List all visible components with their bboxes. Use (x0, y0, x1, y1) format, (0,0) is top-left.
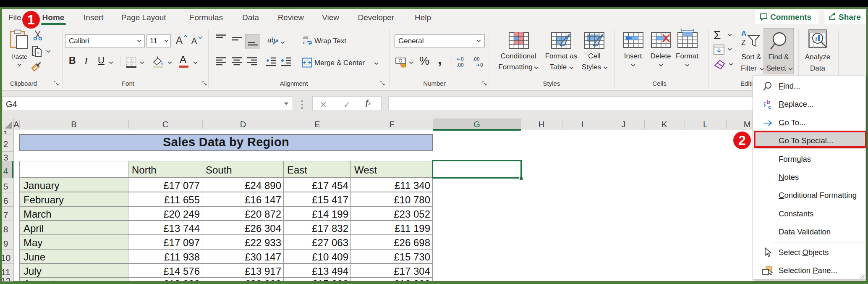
svg-text:.00: .00 (473, 56, 480, 62)
svg-text:.00: .00 (457, 62, 464, 68)
svg-text:c: c (768, 104, 771, 110)
svg-text:c: c (303, 40, 306, 45)
svg-text:0: 0 (480, 62, 483, 68)
svg-text:ab: ab (303, 35, 308, 40)
svg-text:0: 0 (461, 56, 464, 62)
